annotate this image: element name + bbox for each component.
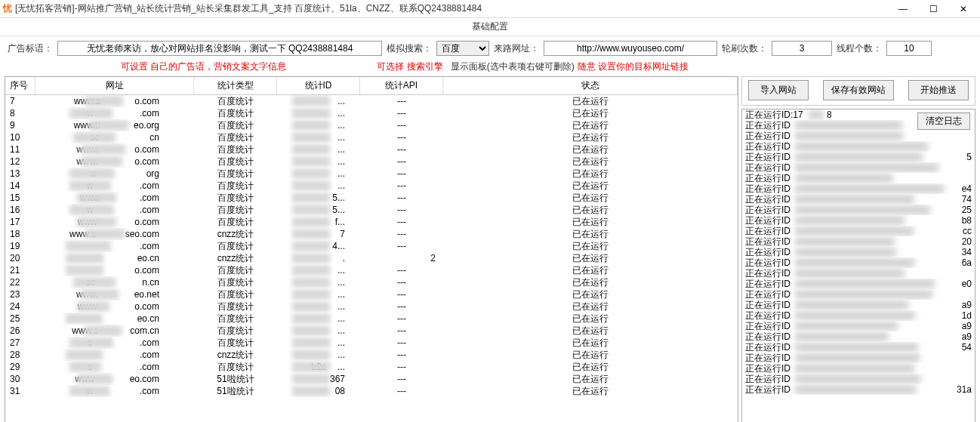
cell-api: --- — [360, 204, 443, 216]
start-button[interactable]: 开始推送 — [908, 80, 969, 100]
table-row[interactable]: 17wwwo.com百度统计f...---已在运行 — [5, 216, 738, 228]
cell-api: --- — [360, 276, 443, 288]
cell-url: www.o.com — [35, 143, 194, 156]
cell-id: ... — [277, 264, 360, 276]
cell-type: 百度统计 — [194, 300, 277, 313]
cell-status: 已在运行 — [443, 95, 738, 107]
url-input[interactable] — [544, 41, 717, 56]
cell-url: worg — [35, 168, 194, 180]
table-row[interactable]: 26www.scom.cn百度统计...---已在运行 — [5, 325, 738, 337]
table-row[interactable]: 25eo.cn百度统计...---已在运行 — [5, 313, 738, 325]
cell-seq: 28 — [5, 349, 35, 361]
cell-seq: 27 — [5, 337, 35, 349]
cell-seq: 26 — [5, 325, 35, 337]
data-table[interactable]: 序号 网址 统计类型 统计ID 统计API 状态 7www.ao.com百度统计… — [5, 76, 738, 422]
maximize-button[interactable]: ☐ — [926, 4, 941, 14]
table-row[interactable]: 14w.com百度统计...---已在运行 — [5, 180, 738, 192]
th-seq: 序号 — [5, 77, 35, 94]
log-line: 正在运行IDa9 — [742, 321, 975, 331]
cell-url: .com — [35, 240, 194, 252]
cell-status: 已在运行 — [443, 143, 738, 156]
cell-url: w.com — [35, 204, 194, 216]
hint-ad: 可设置 自己的广告语，营销文案文字信息 — [121, 60, 286, 73]
cell-status: 已在运行 — [443, 373, 738, 385]
table-row[interactable]: 31w.com51啦统计08---已在运行 — [5, 385, 738, 397]
log-line: 正在运行ID5 — [742, 152, 975, 162]
cell-status: 已在运行 — [443, 300, 738, 313]
th-status: 状态 — [443, 77, 738, 94]
log-line: 正在运行ID — [742, 131, 975, 141]
table-row[interactable]: 16w.com百度统计5...---已在运行 — [5, 204, 738, 216]
table-row[interactable]: 23www.eo.net百度统计...---已在运行 — [5, 288, 738, 300]
cell-status: 已在运行 — [443, 168, 738, 180]
cell-type: 百度统计 — [194, 313, 277, 325]
log-line: 正在运行ID25 — [742, 205, 975, 215]
cell-seq: 24 — [5, 300, 35, 313]
close-button[interactable]: ✕ — [956, 4, 971, 14]
table-row[interactable]: 9www.tieo.org百度统计...---已在运行 — [5, 119, 738, 131]
clear-log-button[interactable]: 清空日志 — [917, 112, 970, 130]
cell-url: eo.cn — [35, 252, 194, 264]
cell-api: --- — [360, 216, 443, 228]
table-row[interactable]: 13worg百度统计...---已在运行 — [5, 168, 738, 180]
cell-url: w.com — [35, 385, 194, 397]
table-row[interactable]: 28.comcnzz统计...---已在运行 — [5, 349, 738, 361]
cell-api: --- — [360, 156, 443, 168]
cell-seq: 23 — [5, 288, 35, 300]
cell-status: 已在运行 — [443, 204, 738, 216]
table-row[interactable]: 29s.com百度统计b2c...---已在运行 — [5, 361, 738, 373]
threads-input[interactable] — [886, 41, 932, 56]
log-panel: 清空日志 正在运行ID:178正在运行ID正在运行ID正在运行ID正在运行ID5… — [741, 109, 975, 422]
app-icon: 忧 — [3, 2, 12, 15]
log-line: 正在运行ID — [742, 268, 975, 279]
table-row[interactable]: 11www.o.com百度统计...---已在运行 — [5, 143, 738, 156]
cell-api: --- — [360, 288, 443, 300]
log-line: 正在运行ID20 — [742, 236, 975, 247]
table-row[interactable]: 27c.com百度统计...---已在运行 — [5, 337, 738, 349]
table-row[interactable]: 15www.com百度统计5...---已在运行 — [5, 192, 738, 204]
cell-type: 百度统计 — [194, 276, 277, 288]
cell-id: ... — [277, 288, 360, 300]
rounds-input[interactable] — [772, 41, 832, 56]
cell-id: 4... — [277, 240, 360, 252]
table-row[interactable]: 24wwwo.com百度统计...---已在运行 — [5, 300, 738, 313]
minimize-button[interactable]: — — [895, 4, 911, 14]
log-line: 正在运行ID6a — [742, 257, 975, 268]
table-row[interactable]: 18www.sseo.comcnzz统计7---已在运行 — [5, 228, 738, 240]
table-row[interactable]: 7www.ao.com百度统计...---已在运行 — [5, 95, 738, 107]
ad-input[interactable] — [57, 41, 382, 56]
url-label: 来路网址： — [494, 42, 539, 55]
table-row[interactable]: 21o.com百度统计...---已在运行 — [5, 264, 738, 276]
section-header: 基础配置 — [0, 18, 980, 36]
cell-api: --- — [360, 107, 443, 119]
cell-api: --- — [360, 300, 443, 313]
table-row[interactable]: 20eo.cncnzz统计.2已在运行 — [5, 252, 738, 264]
search-engine-select[interactable]: 百度 — [436, 41, 489, 56]
log-line: 正在运行IDb8 — [742, 215, 975, 226]
table-row[interactable]: 30wwweo.com51啦统计367---已在运行 — [5, 373, 738, 385]
cell-type: 百度统计 — [194, 168, 277, 180]
import-button[interactable]: 导入网站 — [748, 80, 809, 100]
cell-status: 已在运行 — [443, 131, 738, 143]
cell-status: 已在运行 — [443, 180, 738, 192]
table-row[interactable]: 22sen.cn百度统计...---已在运行 — [5, 276, 738, 288]
table-row[interactable]: 8w.com百度统计...---已在运行 — [5, 107, 738, 119]
cell-id: ... — [277, 119, 360, 131]
log-line: 正在运行ID — [742, 141, 975, 152]
cell-status: 已在运行 — [443, 276, 738, 288]
table-row[interactable]: 12www.o.com百度统计...---已在运行 — [5, 156, 738, 168]
cell-seq: 14 — [5, 180, 35, 192]
table-row[interactable]: 10secn百度统计...---已在运行 — [5, 131, 738, 143]
log-line: 正在运行ID — [742, 374, 975, 384]
cell-api: --- — [360, 168, 443, 180]
cell-seq: 12 — [5, 156, 35, 168]
cell-id: 367 — [277, 373, 360, 385]
cell-seq: 8 — [5, 107, 35, 119]
cell-url: o.com — [35, 264, 194, 276]
table-row[interactable]: 19.com百度统计4...---已在运行 — [5, 240, 738, 252]
cell-id: ... — [277, 349, 360, 361]
cell-id: ... — [277, 107, 360, 119]
save-button[interactable]: 保存有效网站 — [823, 80, 894, 100]
log-line: 正在运行ID31a — [742, 384, 975, 395]
titlebar: 忧 [无忧拓客营销]-网站推广营销_站长统计营销_站长采集群发工具_支持 百度统… — [0, 0, 980, 18]
